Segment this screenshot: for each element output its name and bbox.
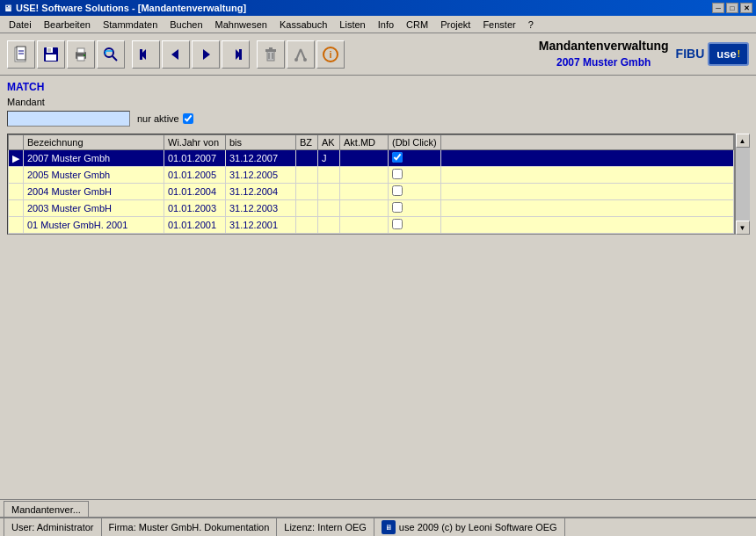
tab-mandantenver[interactable]: Mandantenver...	[4, 501, 89, 517]
use-logo: use !	[708, 42, 749, 66]
data-table-wrapper: Bezeichnung Wi.Jahr von bis BZ AK Akt.MD…	[7, 134, 735, 235]
table-cell	[296, 150, 318, 167]
table-cell: 01.01.2007	[164, 150, 226, 167]
table-cell	[340, 184, 389, 200]
col-header-indicator	[9, 135, 24, 150]
menu-item-datei[interactable]: Datei	[4, 18, 37, 32]
save-button[interactable]	[37, 40, 65, 69]
print-button[interactable]	[67, 40, 95, 69]
dbl-click-checkbox[interactable]	[392, 202, 403, 213]
table-cell	[440, 184, 733, 200]
table-cell[interactable]	[389, 150, 441, 167]
delete-button[interactable]	[257, 40, 285, 69]
table-row[interactable]: 2003 Muster GmbH01.01.200331.12.2003	[9, 200, 734, 217]
table-row[interactable]: 01 Muster GmbH. 200101.01.200131.12.2001	[9, 217, 734, 234]
info-button[interactable]: i	[316, 40, 345, 69]
maximize-button[interactable]: □	[726, 3, 738, 13]
dbl-click-checkbox[interactable]	[392, 219, 403, 229]
toolbar-buttons: i	[7, 40, 345, 69]
new-button[interactable]	[7, 40, 35, 69]
svg-rect-6	[47, 48, 51, 52]
fibu-logo: FIBU	[676, 47, 705, 61]
search-button[interactable]	[97, 40, 125, 69]
table-cell	[9, 217, 24, 234]
dbl-click-checkbox[interactable]	[392, 169, 403, 179]
menu-item-bearbeiten[interactable]: Bearbeiten	[39, 18, 96, 32]
table-cell[interactable]	[389, 200, 441, 217]
menu-item-stammdaten[interactable]: Stammdaten	[98, 18, 163, 32]
table-row[interactable]: 2005 Muster Gmbh01.01.200531.12.2005	[9, 167, 734, 184]
col-header-wi-jahr: Wi.Jahr von	[164, 135, 226, 150]
logo-area: FIBU use !	[676, 42, 749, 66]
table-container: Bezeichnung Wi.Jahr von bis BZ AK Akt.MD…	[7, 134, 749, 235]
dbl-click-checkbox[interactable]	[392, 152, 403, 163]
table-cell	[340, 150, 389, 167]
nur-aktive-text: nur aktive	[137, 113, 179, 124]
table-cell	[9, 200, 24, 217]
app-icon: 🖥	[4, 4, 12, 13]
table-cell	[296, 184, 318, 200]
tab-bar: Mandantenver...	[0, 499, 756, 517]
next-button[interactable]	[192, 40, 220, 69]
menu-item-info[interactable]: Info	[373, 18, 399, 32]
table-cell	[440, 167, 733, 184]
menu-item-crm[interactable]: CRM	[401, 18, 433, 32]
svg-marker-19	[203, 49, 210, 60]
title-bar: 🖥 USE! Software Solutions - [Mandantenve…	[0, 0, 756, 16]
menu-item-listen[interactable]: Listen	[334, 18, 370, 32]
menu-item-kassabuch[interactable]: Kassabuch	[274, 18, 332, 32]
title-bar-controls: ─ □ ✕	[712, 3, 752, 13]
scroll-track[interactable]	[736, 148, 750, 221]
col-header-ak: AK	[318, 135, 340, 150]
mandant-filter-input[interactable]	[7, 111, 130, 127]
menu-item-buchen[interactable]: Buchen	[164, 18, 207, 32]
svg-rect-17	[140, 49, 142, 60]
cut-button[interactable]	[287, 40, 315, 69]
status-icon: 🖥	[382, 520, 396, 534]
app-title: Mandantenverwaltung 2007 Muster Gmbh	[539, 38, 669, 69]
table-cell	[340, 167, 389, 184]
svg-text:i: i	[329, 49, 331, 60]
data-table: Bezeichnung Wi.Jahr von bis BZ AK Akt.MD…	[8, 134, 734, 234]
status-firma: Firma: Muster GmbH. Dokumentation	[102, 518, 278, 536]
menu-item-projekt[interactable]: Projekt	[435, 18, 476, 32]
table-cell: 2004 Muster GmbH	[24, 184, 164, 200]
status-copyright: 🖥 use 2009 (c) by Leoni Software OEG	[374, 518, 565, 536]
menu-item-?[interactable]: ?	[523, 18, 539, 32]
table-cell[interactable]	[389, 184, 441, 200]
dbl-click-checkbox[interactable]	[392, 185, 403, 196]
table-cell: 01 Muster GmbH. 2001	[24, 217, 164, 234]
prev-button[interactable]	[162, 40, 190, 69]
col-header-bz: BZ	[296, 135, 318, 150]
table-cell[interactable]	[389, 217, 441, 234]
lizenz-text: Lizenz: Intern OEG	[284, 522, 367, 532]
first-button[interactable]	[132, 40, 160, 69]
table-cell	[340, 217, 389, 234]
table-cell[interactable]	[389, 167, 441, 184]
svg-point-29	[294, 58, 298, 62]
nur-aktive-label: nur aktive	[137, 113, 193, 124]
scroll-down-button[interactable]: ▼	[736, 221, 750, 235]
col-header-dblclick: (Dbl Click)	[389, 135, 441, 150]
svg-point-30	[303, 58, 307, 62]
col-header-bezeichnung: Bezeichnung	[24, 135, 164, 150]
table-row[interactable]: ▶2007 Muster Gmbh01.01.200731.12.2007J	[9, 150, 734, 167]
col-header-aktmd: Akt.MD	[340, 135, 389, 150]
menu-bar: DateiBearbeitenStammdatenBuchenMahnwesen…	[0, 16, 756, 33]
last-button[interactable]	[222, 40, 250, 69]
menu-item-fenster[interactable]: Fenster	[477, 18, 520, 32]
table-cell: 2007 Muster Gmbh	[24, 150, 164, 167]
table-cell	[440, 217, 733, 234]
minimize-button[interactable]: ─	[712, 3, 724, 13]
mandant-label: Mandant	[7, 97, 749, 107]
menu-item-mahnwesen[interactable]: Mahnwesen	[210, 18, 273, 32]
scroll-up-button[interactable]: ▲	[736, 134, 750, 148]
nur-aktive-checkbox[interactable]	[183, 113, 193, 124]
close-button[interactable]: ✕	[740, 3, 752, 13]
table-cell	[318, 200, 340, 217]
table-cell	[318, 167, 340, 184]
table-cell	[296, 167, 318, 184]
table-header: Bezeichnung Wi.Jahr von bis BZ AK Akt.MD…	[9, 135, 734, 150]
status-bar: User: Administrator Firma: Muster GmbH. …	[0, 517, 756, 536]
table-row[interactable]: 2004 Muster GmbH01.01.200431.12.2004	[9, 184, 734, 200]
